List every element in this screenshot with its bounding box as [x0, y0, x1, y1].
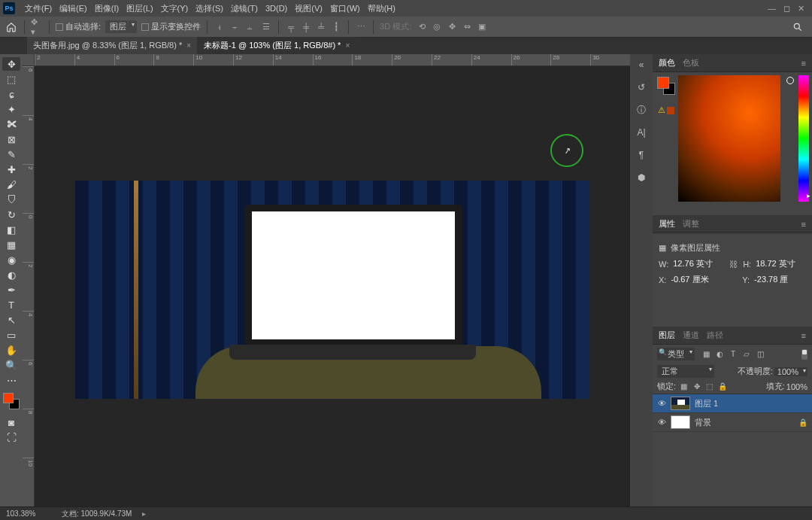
edit-toolbar-icon[interactable]: ⋯ — [2, 373, 20, 387]
menu-view[interactable]: 视图(V) — [291, 3, 326, 14]
shape-tool-icon[interactable]: ▭ — [2, 328, 20, 342]
align-more-icon[interactable]: ☰ — [260, 22, 272, 32]
filter-pixel-icon[interactable]: ▦ — [701, 349, 711, 360]
frame-tool-icon[interactable]: ⊠ — [2, 132, 20, 146]
menu-window[interactable]: 窗口(W) — [326, 3, 364, 14]
home-icon[interactable] — [5, 20, 18, 34]
document-canvas[interactable] — [75, 181, 589, 399]
eyedropper-tool-icon[interactable]: ✎ — [2, 147, 20, 161]
doc-info-menu-icon[interactable]: ▸ — [142, 509, 146, 518]
3d-panel-icon[interactable]: ⬢ — [634, 170, 649, 185]
distribute-bottom-icon[interactable]: ╧ — [315, 22, 327, 32]
layer-filter-type-dropdown[interactable]: 类型 — [657, 348, 695, 360]
layer-row[interactable]: 👁 背景 🔒 — [653, 413, 812, 432]
blur-tool-icon[interactable]: ◉ — [2, 253, 20, 266]
3d-pan-icon[interactable]: ✥ — [446, 22, 458, 32]
zoom-tool-icon[interactable]: 🔍 — [2, 358, 20, 372]
3d-slide-icon[interactable]: ⇔ — [461, 22, 473, 32]
quick-select-tool-icon[interactable]: ✦ — [2, 102, 20, 116]
lasso-tool-icon[interactable]: ɕ — [2, 87, 20, 101]
height-value[interactable]: 18.72 英寸 — [756, 258, 806, 269]
close-icon[interactable]: ✕ — [798, 4, 804, 14]
panel-menu-icon[interactable]: ≡ — [801, 220, 806, 229]
quick-mask-icon[interactable]: ◙ — [2, 415, 20, 429]
filter-toggle[interactable] — [801, 349, 807, 360]
link-wh-icon[interactable]: ⛓ — [728, 260, 738, 269]
fill-value[interactable]: 100% — [786, 382, 807, 391]
lock-position-icon[interactable]: ✥ — [692, 382, 701, 391]
brush-tool-icon[interactable]: 🖌 — [2, 178, 20, 191]
blend-mode-dropdown[interactable]: 正常 — [657, 365, 714, 378]
menu-type[interactable]: 文字(Y) — [157, 3, 192, 14]
lock-pixels-icon[interactable]: ▦ — [679, 382, 689, 391]
filter-shape-icon[interactable]: ▱ — [741, 349, 752, 360]
lock-all-icon[interactable]: 🔒 — [717, 382, 727, 391]
dodge-tool-icon[interactable]: ◐ — [2, 268, 20, 281]
filter-smart-icon[interactable]: ◫ — [755, 349, 765, 360]
stamp-tool-icon[interactable]: ⛉ — [2, 193, 20, 206]
pen-tool-icon[interactable]: ✒ — [2, 283, 20, 296]
menu-filter[interactable]: 滤镜(T) — [227, 3, 262, 14]
color-field[interactable] — [678, 75, 780, 202]
hue-slider[interactable] — [798, 75, 809, 202]
search-icon[interactable] — [792, 22, 803, 32]
menu-layer[interactable]: 图层(L) — [123, 3, 156, 14]
paths-tab[interactable]: 路径 — [707, 330, 723, 341]
adjustments-tab[interactable]: 调整 — [683, 218, 699, 230]
character-panel-icon[interactable]: A| — [634, 125, 649, 140]
menu-select[interactable]: 选择(S) — [192, 3, 227, 14]
layer-name[interactable]: 图层 1 — [695, 398, 718, 409]
align-right-icon[interactable]: ⫠ — [244, 22, 256, 32]
restore-icon[interactable]: ◻ — [783, 4, 790, 14]
layer-name[interactable]: 背景 — [695, 417, 711, 428]
layer-thumbnail[interactable] — [671, 415, 690, 429]
layer-thumbnail[interactable] — [671, 397, 690, 410]
doc-info-value[interactable]: 1009.9K/4.73M — [81, 509, 132, 518]
distribute-h-icon[interactable]: ┇ — [330, 22, 342, 32]
tab-document-2[interactable]: 未标题-1 @ 103% (图层 1, RGB/8#) * × — [198, 37, 356, 54]
path-select-tool-icon[interactable]: ↖ — [2, 313, 20, 327]
healing-tool-icon[interactable]: ✚ — [2, 163, 20, 176]
gradient-tool-icon[interactable]: ▦ — [2, 238, 20, 251]
canvas-viewport[interactable] — [35, 66, 630, 506]
ruler-vertical[interactable]: 6420246810 — [23, 66, 35, 506]
distribute-v-icon[interactable]: ╪ — [300, 22, 312, 32]
tab-close-icon[interactable]: × — [345, 41, 350, 50]
3d-roll-icon[interactable]: ◎ — [431, 22, 443, 32]
menu-file[interactable]: 文件(F) — [21, 3, 56, 14]
opacity-value[interactable]: 100% — [774, 367, 807, 376]
auto-select-target-dropdown[interactable]: 图层 — [105, 20, 137, 33]
visibility-toggle-icon[interactable]: 👁 — [657, 399, 666, 408]
collapse-icon[interactable]: « — [634, 57, 649, 72]
filter-type-icon[interactable]: T — [728, 349, 738, 360]
panel-menu-icon[interactable]: ≡ — [801, 331, 806, 340]
crop-tool-icon[interactable]: ✀ — [2, 117, 20, 131]
info-panel-icon[interactable]: ⓘ — [634, 102, 649, 117]
ruler-horizontal[interactable]: 24681012141618202224262830 — [35, 54, 630, 66]
x-value[interactable]: -0.67 厘米 — [671, 274, 723, 285]
properties-tab[interactable]: 属性 — [659, 218, 675, 230]
hand-tool-icon[interactable]: ✋ — [2, 343, 20, 357]
zoom-value[interactable]: 103.38% — [6, 509, 51, 518]
y-value[interactable]: -23.78 厘 — [754, 274, 806, 285]
swatches-tab[interactable]: 色板 — [683, 57, 699, 68]
foreground-color-swatch[interactable] — [657, 77, 669, 89]
tab-close-icon[interactable]: × — [186, 41, 191, 50]
overflow-icon[interactable]: ⋯ — [355, 22, 367, 32]
align-left-icon[interactable]: ⫞ — [214, 22, 226, 32]
menu-edit[interactable]: 编辑(E) — [56, 3, 91, 14]
ruler-origin[interactable] — [23, 54, 35, 66]
eraser-tool-icon[interactable]: ◧ — [2, 223, 20, 236]
align-center-h-icon[interactable]: ⫟ — [229, 22, 241, 32]
menu-image[interactable]: 图像(I) — [91, 3, 123, 14]
menu-3d[interactable]: 3D(D) — [262, 4, 291, 13]
paragraph-panel-icon[interactable]: ¶ — [634, 147, 649, 163]
history-brush-tool-icon[interactable]: ↻ — [2, 208, 20, 221]
3d-orbit-icon[interactable]: ⟲ — [416, 22, 428, 32]
color-swatches[interactable] — [3, 393, 20, 409]
minimize-icon[interactable]: — — [768, 4, 776, 14]
type-tool-icon[interactable]: T — [2, 298, 20, 312]
channels-tab[interactable]: 通道 — [683, 330, 699, 341]
history-panel-icon[interactable]: ↺ — [634, 80, 649, 95]
screen-mode-icon[interactable]: ⛶ — [2, 430, 20, 444]
